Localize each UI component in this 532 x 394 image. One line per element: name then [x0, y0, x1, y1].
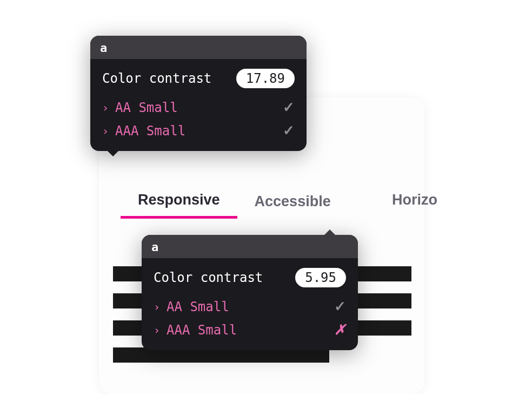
tooltip-body: Color contrast 17.89 › AA Small ✓ › AAA …	[90, 59, 307, 151]
tooltip-header: a	[142, 235, 358, 258]
chevron-right-icon: ›	[102, 124, 109, 137]
tab-accessible[interactable]: Accessible	[237, 184, 348, 219]
check-icon: ✓	[283, 99, 295, 116]
criteria-row-aa[interactable]: › AA Small ✓	[102, 96, 295, 119]
contrast-row: Color contrast 17.89	[102, 69, 295, 88]
contrast-label: Color contrast	[102, 71, 211, 86]
check-icon: ✓	[334, 298, 346, 315]
criteria-row-aa[interactable]: › AA Small ✓	[154, 295, 346, 318]
tab-responsive[interactable]: Responsive	[121, 184, 237, 219]
contrast-tooltip-2: a Color contrast 5.95 › AA Small ✓ › AAA…	[142, 235, 358, 350]
contrast-value-badge: 17.89	[236, 69, 295, 88]
fail-icon: ✗	[334, 321, 346, 338]
tooltip-arrow-icon	[323, 229, 336, 236]
criteria-row-aaa[interactable]: › AAA Small ✗	[154, 318, 346, 342]
criteria-label: AA Small	[115, 100, 178, 115]
criteria-label: AAA Small	[115, 123, 185, 139]
criteria-label: AA Small	[167, 299, 229, 314]
chevron-right-icon: ›	[102, 101, 109, 114]
criteria-label: AAA Small	[167, 323, 237, 338]
check-icon: ✓	[283, 122, 295, 139]
contrast-row: Color contrast 5.95	[154, 268, 346, 287]
contrast-tooltip-1: a Color contrast 17.89 › AA Small ✓ › AA…	[90, 36, 307, 151]
tab-horizontal[interactable]: Horizo	[375, 184, 455, 216]
contrast-value-badge: 5.95	[295, 268, 346, 287]
tooltip-body: Color contrast 5.95 › AA Small ✓ › AAA S…	[142, 258, 358, 350]
chevron-right-icon: ›	[154, 300, 160, 313]
chevron-right-icon: ›	[154, 324, 160, 337]
tab-bar: Responsive Accessible Horizo	[99, 184, 424, 219]
criteria-row-aaa[interactable]: › AAA Small ✓	[102, 119, 295, 142]
contrast-label: Color contrast	[154, 270, 263, 285]
tooltip-arrow-icon	[107, 150, 119, 156]
tooltip-header: a	[90, 36, 307, 59]
